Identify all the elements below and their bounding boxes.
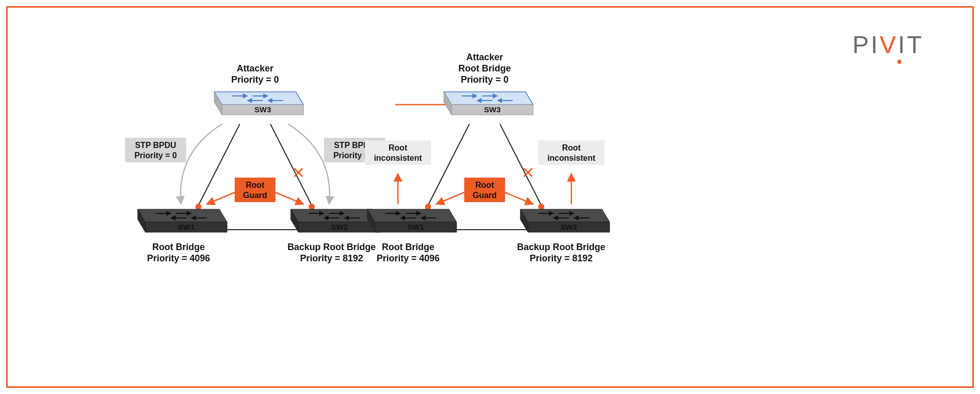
- svg-text:inconsistent: inconsistent: [374, 154, 422, 162]
- svg-text:Root: Root: [246, 181, 265, 189]
- switch-label: SW2: [331, 223, 348, 231]
- switch-label: SW1: [408, 223, 424, 231]
- svg-line-2: [270, 124, 316, 214]
- sw3-priority: Priority = 0: [231, 75, 279, 85]
- right-panel: SW3 Attacker Root Bridge Priority = 0 Ro…: [365, 52, 610, 263]
- svg-point-43: [425, 204, 431, 210]
- svg-marker-51: [444, 92, 533, 105]
- root-guard-box: Root Guard: [464, 178, 505, 202]
- switch-label: SW3: [255, 105, 271, 114]
- svg-line-8: [207, 191, 237, 204]
- sw2-title: Backup Root Bridge: [287, 242, 375, 252]
- svg-text:inconsistent: inconsistent: [547, 154, 596, 162]
- svg-line-9: [273, 191, 304, 204]
- switch-sw1: SW1: [138, 209, 227, 232]
- sw3-title2: Root Bridge: [459, 63, 511, 73]
- bpdu-box-left: STP BPDU Priority = 0: [125, 138, 186, 162]
- svg-line-49: [436, 191, 467, 204]
- sw2-title: Backup Root Bridge: [517, 242, 605, 252]
- svg-text:Priority = 0: Priority = 0: [134, 151, 177, 160]
- inc-box-left: Root inconsistent: [365, 140, 431, 165]
- switch-sw3: SW3: [444, 92, 533, 115]
- switch-label: SW1: [178, 223, 195, 231]
- svg-text:Root: Root: [475, 181, 494, 189]
- svg-text:Root: Root: [562, 143, 581, 152]
- sw3-title1: Attacker: [466, 52, 503, 62]
- switch-label: SW2: [561, 223, 577, 231]
- svg-text:STP BPDU: STP BPDU: [135, 141, 177, 150]
- network-diagram: SW3 Attacker Priority = 0 STP BPDU Prior…: [0, 0, 980, 394]
- switch-sw2: SW2: [291, 209, 380, 232]
- sw1-priority: Priority = 4096: [376, 253, 440, 263]
- svg-point-5: [309, 204, 315, 210]
- svg-marker-67: [367, 209, 457, 222]
- inc-box-right: Root inconsistent: [538, 140, 605, 165]
- switch-sw3: SW3: [214, 92, 304, 115]
- switch-sw2: SW2: [520, 209, 610, 232]
- svg-marker-26: [138, 209, 227, 222]
- switch-label: SW3: [484, 105, 501, 114]
- svg-point-44: [538, 204, 544, 210]
- svg-marker-33: [291, 209, 380, 222]
- sw2-priority: Priority = 8192: [530, 253, 593, 263]
- sw1-title: Root Bridge: [153, 242, 205, 252]
- svg-marker-10: [214, 92, 304, 105]
- sw3-title: Attacker: [237, 63, 273, 73]
- svg-text:Guard: Guard: [243, 191, 267, 200]
- svg-point-4: [195, 204, 202, 210]
- sw3-title3: Priority = 0: [461, 75, 509, 85]
- svg-text:Root: Root: [389, 143, 408, 152]
- svg-text:Guard: Guard: [472, 191, 496, 200]
- svg-marker-74: [520, 209, 610, 222]
- switch-sw1: SW1: [367, 209, 457, 232]
- svg-line-40: [423, 124, 469, 214]
- svg-line-1: [194, 124, 240, 214]
- left-panel: SW3 Attacker Priority = 0 STP BPDU Prior…: [125, 63, 385, 263]
- sw2-priority: Priority = 8192: [300, 253, 363, 263]
- svg-line-50: [502, 191, 533, 204]
- svg-line-41: [500, 124, 546, 214]
- sw1-priority: Priority = 4096: [147, 253, 210, 263]
- root-guard-box: Root Guard: [235, 178, 275, 202]
- sw1-title: Root Bridge: [382, 242, 435, 252]
